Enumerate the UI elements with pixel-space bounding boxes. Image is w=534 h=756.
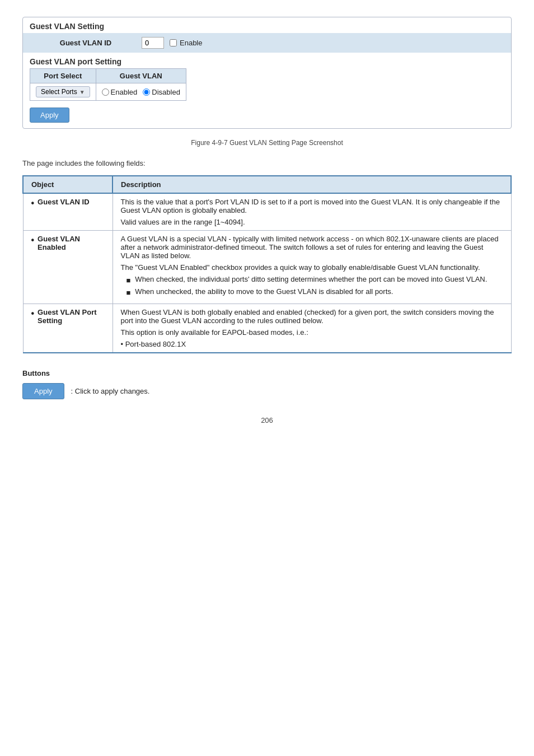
guest-vlan-panel: Guest VLAN Setting Guest VLAN ID Enable … [22, 17, 512, 129]
port-select-cell: Select Ports ▼ [30, 83, 96, 101]
object-label: Guest VLAN Enabled [38, 235, 104, 251]
guest-vlan-radio-group: Enabled Disabled [102, 88, 180, 96]
buttons-section: Buttons Apply : Click to apply changes. [22, 369, 512, 399]
page-description: The page includes the following fields: [22, 159, 512, 167]
apply-button-description: : Click to apply changes. [71, 387, 150, 395]
col-object-header: Object [23, 176, 113, 193]
object-label: Guest VLAN ID [38, 198, 89, 206]
col-description-header: Description [113, 176, 511, 193]
description-paragraph: A Guest VLAN is a special VLAN - typical… [121, 235, 503, 260]
guest-vlan-col-header: Guest VLAN [96, 69, 186, 83]
sub-bullet-text: When checked, the individual ports' ditt… [135, 275, 487, 283]
description-paragraph: • Port-based 802.1X [121, 340, 503, 348]
disabled-radio-label[interactable]: Disabled [143, 88, 180, 96]
bullet-dot: • [31, 308, 35, 319]
sub-bullet: ■When checked, the individual ports' dit… [127, 275, 503, 284]
table-row: •Guest VLAN EnabledA Guest VLAN is a spe… [23, 231, 511, 304]
enable-checkbox[interactable] [170, 39, 177, 46]
description-cell: A Guest VLAN is a special VLAN - typical… [113, 231, 511, 304]
description-paragraph: Valid values are in the range [1~4094]. [121, 218, 503, 226]
table-row: Select Ports ▼ Enabled Disabled [30, 83, 186, 101]
square-bullet-icon: ■ [127, 276, 131, 284]
buttons-section-title: Buttons [22, 369, 512, 377]
enabled-label: Enabled [111, 88, 138, 96]
port-setting-subtitle: Guest VLAN port Setting [23, 53, 511, 68]
vlan-id-row: Guest VLAN ID Enable [23, 33, 511, 53]
object-cell: •Guest VLAN Enabled [23, 231, 113, 304]
object-cell: •Guest VLAN ID [23, 193, 113, 231]
description-paragraph: This is the value that a port's Port VLA… [121, 198, 503, 214]
object-cell: •Guest VLAN Port Setting [23, 304, 113, 353]
bullet-dot: • [31, 235, 35, 245]
panel-title: Guest VLAN Setting [23, 17, 511, 33]
doc-apply-button[interactable]: Apply [22, 383, 64, 399]
description-table: Object Description •Guest VLAN IDThis is… [22, 175, 512, 353]
description-cell: This is the value that a port's Port VLA… [113, 193, 511, 231]
enable-checkbox-label[interactable]: Enable [170, 39, 202, 47]
enabled-radio[interactable] [102, 88, 109, 96]
dropdown-arrow-icon: ▼ [79, 89, 85, 95]
figure-caption: Figure 4-9-7 Guest VLAN Setting Page Scr… [22, 139, 512, 147]
sub-bullet-text: When unchecked, the ability to move to t… [135, 287, 393, 296]
description-paragraph: The "Guest VLAN Enabled" checkbox provid… [121, 263, 503, 272]
enable-label: Enable [180, 39, 202, 47]
port-select-col-header: Port Select [30, 69, 96, 83]
page-number: 206 [22, 416, 512, 424]
sub-bullet: ■When unchecked, the ability to move to … [127, 287, 503, 297]
description-paragraph: This option is only available for EAPOL-… [121, 328, 503, 337]
square-bullet-icon: ■ [127, 288, 131, 297]
select-ports-button[interactable]: Select Ports ▼ [36, 86, 90, 97]
disabled-radio[interactable] [143, 88, 150, 96]
guest-vlan-cell: Enabled Disabled [96, 83, 186, 101]
panel-apply-button[interactable]: Apply [30, 108, 69, 123]
buttons-row: Apply : Click to apply changes. [22, 383, 512, 399]
description-paragraph: When Guest VLAN is both globally enabled… [121, 308, 503, 325]
object-label: Guest VLAN Port Setting [38, 308, 104, 325]
select-ports-label: Select Ports [41, 88, 77, 96]
bullet-dot: • [31, 198, 35, 208]
port-setting-table: Port Select Guest VLAN Select Ports ▼ En… [30, 68, 186, 101]
description-cell: When Guest VLAN is both globally enabled… [113, 304, 511, 353]
vlan-id-label: Guest VLAN ID [30, 39, 142, 47]
disabled-label: Disabled [152, 88, 180, 96]
enabled-radio-label[interactable]: Enabled [102, 88, 138, 96]
vlan-id-input[interactable] [142, 37, 164, 49]
table-row: •Guest VLAN Port SettingWhen Guest VLAN … [23, 304, 511, 353]
table-row: •Guest VLAN IDThis is the value that a p… [23, 193, 511, 231]
